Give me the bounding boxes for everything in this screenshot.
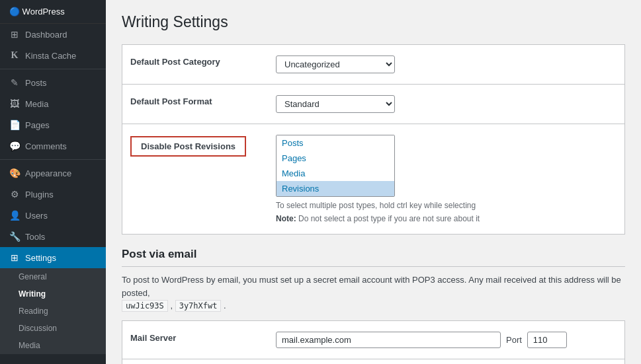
- revisions-option-media: Media: [277, 166, 394, 181]
- revisions-option-posts: Posts: [277, 135, 394, 151]
- port-input[interactable]: [527, 332, 567, 348]
- revisions-option-revisions: Revisions: [277, 181, 394, 196]
- comments-icon: 💬: [9, 141, 20, 151]
- dashboard-icon: ⊞: [9, 29, 20, 40]
- revisions-option-pages: Pages: [277, 151, 394, 166]
- mail-server-control: Port: [276, 332, 617, 348]
- settings-submenu: General Writing Reading Discussion Media: [0, 268, 106, 354]
- disable-revisions-control: Posts Pages Media Revisions To select mu…: [276, 135, 617, 223]
- sidebar: 🔵 WordPress ⊞ Dashboard K Kinsta Cache ✎…: [0, 0, 106, 364]
- default-post-format-select[interactable]: Standard Aside Image Video Quote Link: [276, 95, 395, 113]
- submenu-discussion[interactable]: Discussion: [0, 320, 106, 337]
- sidebar-item-appearance[interactable]: 🎨 Appearance: [0, 163, 106, 184]
- default-post-format-row: Default Post Format Standard Aside Image…: [122, 84, 625, 124]
- tools-icon: 🔧: [9, 231, 20, 242]
- settings-icon: ⊞: [9, 252, 20, 263]
- disable-revisions-label[interactable]: Disable Post Revisions: [130, 136, 246, 157]
- mail-server-group: Port: [276, 332, 617, 348]
- default-post-category-control: Uncategorized: [276, 55, 617, 73]
- mail-server-row: Mail Server Port: [122, 320, 625, 359]
- revisions-note: Note: Do not select a post type if you a…: [276, 214, 617, 223]
- posts-icon: ✎: [9, 77, 20, 88]
- default-post-category-label: Default Post Category: [130, 55, 276, 67]
- port-label: Port: [506, 335, 522, 345]
- media-icon: 🖼: [9, 98, 20, 109]
- revisions-listbox[interactable]: Posts Pages Media Revisions: [276, 135, 395, 197]
- sidebar-item-users[interactable]: 👤 Users: [0, 205, 106, 226]
- sidebar-item-kinsta-cache[interactable]: K Kinsta Cache: [0, 45, 106, 66]
- sidebar-item-posts[interactable]: ✎ Posts: [0, 72, 106, 93]
- secret-code-1: uwJic93S: [122, 300, 168, 312]
- default-post-category-row: Default Post Category Uncategorized: [122, 44, 625, 84]
- sidebar-item-comments[interactable]: 💬 Comments: [0, 135, 106, 157]
- post-via-email-heading: Post via email: [122, 248, 625, 267]
- revisions-note-label: Note:: [276, 214, 296, 223]
- default-post-category-select[interactable]: Uncategorized: [276, 55, 395, 73]
- submenu-media[interactable]: Media: [0, 337, 106, 354]
- appearance-icon: 🎨: [9, 168, 20, 178]
- sidebar-item-plugins[interactable]: ⚙ Plugins: [0, 184, 106, 205]
- wp-logo: 🔵 WordPress: [0, 0, 106, 24]
- secret-code-2: 3y7hXfwt: [175, 300, 222, 312]
- sidebar-item-settings[interactable]: ⊞ Settings: [0, 247, 106, 268]
- disable-revisions-row: Disable Post Revisions Posts Pages Media…: [122, 124, 625, 235]
- login-name-row: Login Name: [122, 359, 625, 365]
- submenu-general[interactable]: General: [0, 268, 106, 285]
- main-content: Writing Settings Default Post Category U…: [106, 0, 641, 364]
- kinsta-icon: K: [9, 50, 20, 61]
- sidebar-item-dashboard[interactable]: ⊞ Dashboard: [0, 24, 106, 45]
- plugins-icon: ⚙: [9, 189, 20, 200]
- sidebar-item-pages[interactable]: 📄 Pages: [0, 114, 106, 135]
- disable-revisions-label-cell: Disable Post Revisions: [130, 135, 276, 157]
- default-post-format-control: Standard Aside Image Video Quote Link: [276, 95, 617, 113]
- revisions-hint: To select multiple post types, hold ctrl…: [276, 201, 617, 210]
- sidebar-item-tools[interactable]: 🔧 Tools: [0, 226, 106, 247]
- submenu-writing[interactable]: Writing: [0, 285, 106, 303]
- pages-icon: 📄: [9, 120, 20, 130]
- revisions-note-text: Do not select a post type if you are not…: [298, 214, 480, 223]
- mail-server-input[interactable]: [276, 332, 501, 348]
- users-icon: 👤: [9, 210, 20, 221]
- mail-server-label: Mail Server: [130, 332, 276, 343]
- page-title: Writing Settings: [122, 13, 625, 31]
- post-via-email-desc: To post to WordPress by email, you must …: [122, 273, 625, 312]
- submenu-reading[interactable]: Reading: [0, 303, 106, 320]
- default-post-format-label: Default Post Format: [130, 95, 276, 106]
- sidebar-item-media[interactable]: 🖼 Media: [0, 93, 106, 114]
